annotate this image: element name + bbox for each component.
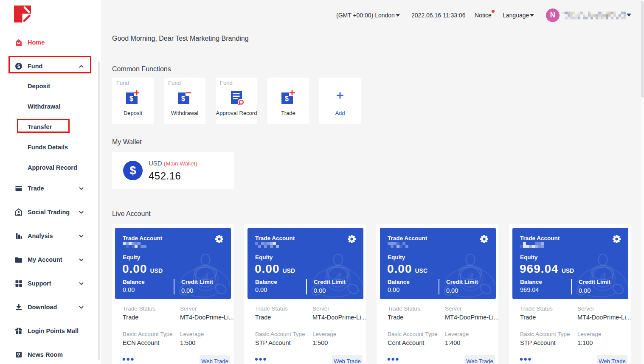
svg-text:$: $ xyxy=(285,95,289,102)
svg-text:$: $ xyxy=(129,95,133,102)
svg-text:$: $ xyxy=(181,95,185,102)
